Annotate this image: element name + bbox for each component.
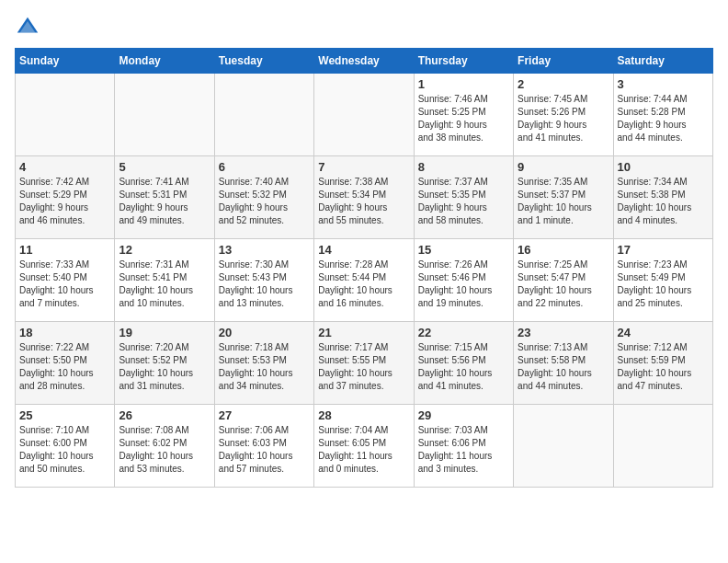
day-info: Sunrise: 7:45 AM Sunset: 5:26 PM Dayligh… bbox=[518, 93, 609, 144]
day-info: Sunrise: 7:18 AM Sunset: 5:53 PM Dayligh… bbox=[219, 341, 310, 393]
day-number: 13 bbox=[219, 243, 310, 257]
day-info: Sunrise: 7:44 AM Sunset: 5:28 PM Dayligh… bbox=[618, 93, 709, 144]
day-info: Sunrise: 7:33 AM Sunset: 5:40 PM Dayligh… bbox=[19, 259, 110, 310]
day-cell: 25Sunrise: 7:10 AM Sunset: 6:00 PM Dayli… bbox=[16, 405, 115, 488]
day-cell: 3Sunrise: 7:44 AM Sunset: 5:28 PM Daylig… bbox=[613, 74, 712, 156]
day-info: Sunrise: 7:38 AM Sunset: 5:34 PM Dayligh… bbox=[318, 176, 409, 227]
day-cell: 9Sunrise: 7:35 AM Sunset: 5:37 PM Daylig… bbox=[514, 156, 613, 239]
day-number: 5 bbox=[119, 160, 210, 174]
day-info: Sunrise: 7:35 AM Sunset: 5:37 PM Dayligh… bbox=[518, 176, 609, 227]
day-cell bbox=[514, 405, 613, 488]
day-number: 11 bbox=[19, 243, 110, 257]
col-header-sunday: Sunday bbox=[16, 49, 115, 74]
day-info: Sunrise: 7:23 AM Sunset: 5:49 PM Dayligh… bbox=[618, 259, 709, 310]
day-cell: 13Sunrise: 7:30 AM Sunset: 5:43 PM Dayli… bbox=[214, 239, 313, 322]
page-header bbox=[15, 15, 713, 40]
day-cell: 22Sunrise: 7:15 AM Sunset: 5:56 PM Dayli… bbox=[414, 322, 513, 405]
day-info: Sunrise: 7:28 AM Sunset: 5:44 PM Dayligh… bbox=[318, 259, 409, 310]
day-cell bbox=[314, 74, 414, 156]
day-number: 7 bbox=[318, 160, 409, 174]
day-info: Sunrise: 7:20 AM Sunset: 5:52 PM Dayligh… bbox=[119, 341, 210, 393]
day-number: 17 bbox=[618, 243, 709, 257]
logo-icon bbox=[15, 15, 40, 40]
col-header-monday: Monday bbox=[115, 49, 214, 74]
day-number: 18 bbox=[19, 326, 110, 339]
day-cell: 1Sunrise: 7:46 AM Sunset: 5:25 PM Daylig… bbox=[414, 74, 513, 156]
day-cell: 16Sunrise: 7:25 AM Sunset: 5:47 PM Dayli… bbox=[514, 239, 613, 322]
day-cell: 26Sunrise: 7:08 AM Sunset: 6:02 PM Dayli… bbox=[115, 405, 214, 488]
day-info: Sunrise: 7:04 AM Sunset: 6:05 PM Dayligh… bbox=[318, 424, 409, 476]
col-header-friday: Friday bbox=[514, 49, 613, 74]
day-number: 28 bbox=[318, 408, 409, 422]
day-info: Sunrise: 7:06 AM Sunset: 6:03 PM Dayligh… bbox=[219, 424, 310, 476]
day-number: 10 bbox=[618, 160, 709, 174]
day-info: Sunrise: 7:34 AM Sunset: 5:38 PM Dayligh… bbox=[618, 176, 709, 227]
day-cell: 2Sunrise: 7:45 AM Sunset: 5:26 PM Daylig… bbox=[514, 74, 613, 156]
day-cell: 7Sunrise: 7:38 AM Sunset: 5:34 PM Daylig… bbox=[314, 156, 414, 239]
week-row-3: 11Sunrise: 7:33 AM Sunset: 5:40 PM Dayli… bbox=[16, 239, 713, 322]
day-number: 19 bbox=[119, 326, 210, 339]
day-cell: 18Sunrise: 7:22 AM Sunset: 5:50 PM Dayli… bbox=[16, 322, 115, 405]
day-info: Sunrise: 7:31 AM Sunset: 5:41 PM Dayligh… bbox=[119, 259, 210, 310]
day-cell: 6Sunrise: 7:40 AM Sunset: 5:32 PM Daylig… bbox=[214, 156, 313, 239]
day-number: 14 bbox=[318, 243, 409, 257]
day-cell: 24Sunrise: 7:12 AM Sunset: 5:59 PM Dayli… bbox=[613, 322, 712, 405]
day-number: 15 bbox=[418, 243, 509, 257]
day-number: 21 bbox=[318, 326, 409, 339]
day-info: Sunrise: 7:30 AM Sunset: 5:43 PM Dayligh… bbox=[219, 259, 310, 310]
week-row-4: 18Sunrise: 7:22 AM Sunset: 5:50 PM Dayli… bbox=[16, 322, 713, 405]
week-row-1: 1Sunrise: 7:46 AM Sunset: 5:25 PM Daylig… bbox=[16, 74, 713, 156]
week-row-5: 25Sunrise: 7:10 AM Sunset: 6:00 PM Dayli… bbox=[16, 405, 713, 488]
col-header-thursday: Thursday bbox=[414, 49, 513, 74]
day-cell: 4Sunrise: 7:42 AM Sunset: 5:29 PM Daylig… bbox=[16, 156, 115, 239]
day-cell: 17Sunrise: 7:23 AM Sunset: 5:49 PM Dayli… bbox=[613, 239, 712, 322]
week-row-2: 4Sunrise: 7:42 AM Sunset: 5:29 PM Daylig… bbox=[16, 156, 713, 239]
day-info: Sunrise: 7:13 AM Sunset: 5:58 PM Dayligh… bbox=[518, 341, 609, 393]
day-info: Sunrise: 7:15 AM Sunset: 5:56 PM Dayligh… bbox=[418, 341, 509, 393]
col-header-tuesday: Tuesday bbox=[214, 49, 313, 74]
col-header-saturday: Saturday bbox=[613, 49, 712, 74]
day-info: Sunrise: 7:37 AM Sunset: 5:35 PM Dayligh… bbox=[418, 176, 509, 227]
day-cell bbox=[214, 74, 313, 156]
day-info: Sunrise: 7:41 AM Sunset: 5:31 PM Dayligh… bbox=[119, 176, 210, 227]
day-number: 4 bbox=[19, 160, 110, 174]
day-cell: 14Sunrise: 7:28 AM Sunset: 5:44 PM Dayli… bbox=[314, 239, 414, 322]
day-info: Sunrise: 7:17 AM Sunset: 5:55 PM Dayligh… bbox=[318, 341, 409, 393]
day-info: Sunrise: 7:26 AM Sunset: 5:46 PM Dayligh… bbox=[418, 259, 509, 310]
day-cell: 10Sunrise: 7:34 AM Sunset: 5:38 PM Dayli… bbox=[613, 156, 712, 239]
day-cell: 27Sunrise: 7:06 AM Sunset: 6:03 PM Dayli… bbox=[214, 405, 313, 488]
day-number: 25 bbox=[19, 408, 110, 422]
logo bbox=[15, 15, 44, 40]
day-number: 1 bbox=[418, 77, 509, 91]
day-cell: 11Sunrise: 7:33 AM Sunset: 5:40 PM Dayli… bbox=[16, 239, 115, 322]
day-number: 3 bbox=[618, 77, 709, 91]
day-cell: 29Sunrise: 7:03 AM Sunset: 6:06 PM Dayli… bbox=[414, 405, 513, 488]
day-number: 26 bbox=[119, 408, 210, 422]
day-cell bbox=[16, 74, 115, 156]
day-cell: 21Sunrise: 7:17 AM Sunset: 5:55 PM Dayli… bbox=[314, 322, 414, 405]
day-info: Sunrise: 7:42 AM Sunset: 5:29 PM Dayligh… bbox=[19, 176, 110, 227]
day-info: Sunrise: 7:40 AM Sunset: 5:32 PM Dayligh… bbox=[219, 176, 310, 227]
day-info: Sunrise: 7:10 AM Sunset: 6:00 PM Dayligh… bbox=[19, 424, 110, 476]
day-cell: 12Sunrise: 7:31 AM Sunset: 5:41 PM Dayli… bbox=[115, 239, 214, 322]
day-cell: 15Sunrise: 7:26 AM Sunset: 5:46 PM Dayli… bbox=[414, 239, 513, 322]
day-number: 12 bbox=[119, 243, 210, 257]
day-number: 2 bbox=[518, 77, 609, 91]
col-header-wednesday: Wednesday bbox=[314, 49, 414, 74]
day-number: 6 bbox=[219, 160, 310, 174]
day-number: 16 bbox=[518, 243, 609, 257]
day-info: Sunrise: 7:03 AM Sunset: 6:06 PM Dayligh… bbox=[418, 424, 509, 476]
day-number: 8 bbox=[418, 160, 509, 174]
day-cell: 5Sunrise: 7:41 AM Sunset: 5:31 PM Daylig… bbox=[115, 156, 214, 239]
day-cell bbox=[115, 74, 214, 156]
day-number: 24 bbox=[618, 326, 709, 339]
day-info: Sunrise: 7:08 AM Sunset: 6:02 PM Dayligh… bbox=[119, 424, 210, 476]
calendar-table: SundayMondayTuesdayWednesdayThursdayFrid… bbox=[15, 48, 713, 488]
day-info: Sunrise: 7:22 AM Sunset: 5:50 PM Dayligh… bbox=[19, 341, 110, 393]
day-cell: 19Sunrise: 7:20 AM Sunset: 5:52 PM Dayli… bbox=[115, 322, 214, 405]
day-cell: 23Sunrise: 7:13 AM Sunset: 5:58 PM Dayli… bbox=[514, 322, 613, 405]
day-info: Sunrise: 7:12 AM Sunset: 5:59 PM Dayligh… bbox=[618, 341, 709, 393]
day-cell: 20Sunrise: 7:18 AM Sunset: 5:53 PM Dayli… bbox=[214, 322, 313, 405]
day-info: Sunrise: 7:46 AM Sunset: 5:25 PM Dayligh… bbox=[418, 93, 509, 144]
day-number: 29 bbox=[418, 408, 509, 422]
